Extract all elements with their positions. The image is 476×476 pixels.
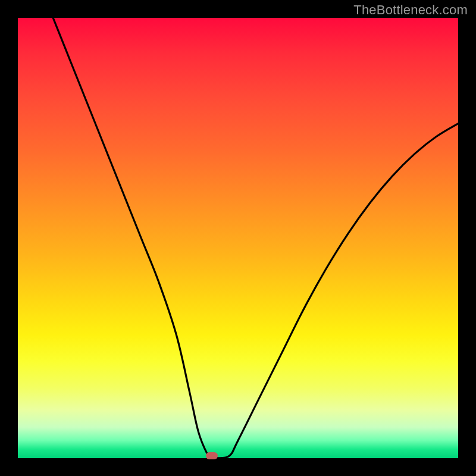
plot-area [18, 18, 458, 458]
chart-frame: TheBottleneck.com [0, 0, 476, 476]
optimum-marker [206, 452, 218, 459]
bottleneck-curve [53, 18, 458, 458]
curve-svg [18, 18, 458, 458]
watermark-text: TheBottleneck.com [353, 2, 468, 18]
